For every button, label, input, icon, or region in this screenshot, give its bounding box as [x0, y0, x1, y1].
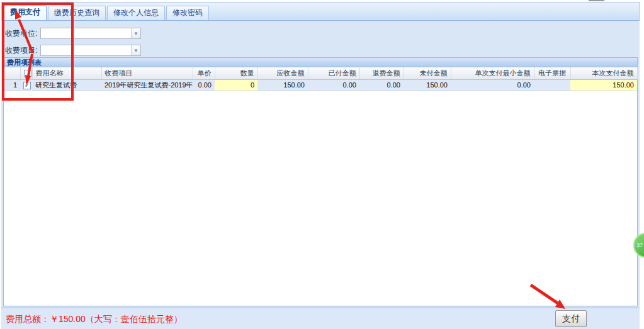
header-fee-name[interactable]: 费用名称 [32, 67, 101, 79]
fee-item-grid-panel: 费用项列表 费用名称 收费项目 单价 数量 应收金 [3, 57, 638, 306]
window-artifact [589, 0, 604, 1]
fee-item-table: 费用名称 收费项目 单价 数量 应收金额 已付金额 退费金额 未付金额 单次支付… [4, 67, 638, 91]
charging-unit-label: 收费单位: [5, 28, 40, 39]
header-quantity[interactable]: 数量 [215, 67, 257, 79]
header-refund[interactable]: 退费金额 [359, 67, 404, 79]
charging-unit-select[interactable]: ▼ [40, 28, 141, 39]
header-unit-price[interactable]: 单价 [193, 67, 215, 79]
select-all-checkbox[interactable] [24, 70, 31, 77]
tab-change-password[interactable]: 修改密码 [166, 6, 209, 20]
fee-payment-screen: 费用支付 缴费历史查询 修改个人信息 修改密码 收费单位: ▼ 收费项目: ▼ … [0, 0, 644, 329]
cell-fee-name: 研究生复试费 [32, 79, 101, 91]
tab-edit-personal-info[interactable]: 修改个人信息 [107, 6, 165, 20]
charging-item-select[interactable]: ▼ [40, 45, 141, 56]
charging-item-label: 收费项目: [5, 45, 40, 56]
tab-bar: 费用支付 缴费历史查询 修改个人信息 修改密码 [1, 2, 640, 21]
row-checkbox-checked[interactable]: ✓ [23, 82, 31, 89]
cell-paid: 0.00 [308, 79, 359, 91]
cell-receivable: 150.00 [257, 79, 308, 91]
charging-unit-value [41, 28, 131, 38]
cell-min-payment: 0.00 [451, 79, 534, 91]
cell-current-payment[interactable]: 150.00 [570, 79, 637, 91]
header-rownum [4, 67, 20, 79]
total-bar: 费用总额：￥150.00（大写：壹佰伍拾元整） 支付 [1, 308, 640, 329]
grid-title: 费用项列表 [4, 58, 637, 67]
header-receivable[interactable]: 应收金额 [257, 67, 308, 79]
cell-quantity[interactable]: 0 [215, 79, 257, 91]
fee-payment-panel: 收费单位: ▼ 收费项目: ▼ 费用项列表 [1, 21, 640, 308]
table-header-row: 费用名称 收费项目 单价 数量 应收金额 已付金额 退费金额 未付金额 单次支付… [4, 67, 637, 79]
chevron-down-icon[interactable]: ▼ [131, 28, 140, 38]
header-select-all[interactable] [20, 67, 32, 79]
cell-unit-price: 0.00 [193, 79, 215, 91]
cell-e-invoice [534, 79, 570, 91]
charging-unit-row: 收费单位: ▼ [5, 28, 141, 39]
pay-button[interactable]: 支付 [555, 310, 587, 327]
total-amount-text: 费用总额：￥150.00（大写：壹佰伍拾元整） [6, 314, 183, 325]
cell-refund: 0.00 [359, 79, 404, 91]
header-e-invoice[interactable]: 电子票据 [534, 67, 570, 79]
header-min-payment[interactable]: 单次支付最小金额 [451, 67, 534, 79]
header-charge-item[interactable]: 收费项目 [101, 67, 193, 79]
tab-fee-payment[interactable]: 费用支付 [4, 5, 47, 20]
cell-charge-item: 2019年研究生复试费-2019年研究生... [101, 79, 193, 91]
header-current-payment[interactable]: 本次支付金额 [570, 67, 637, 79]
row-number: 1 [4, 79, 20, 91]
charging-item-value [41, 45, 131, 55]
cell-unpaid: 150.00 [404, 79, 451, 91]
charging-item-row: 收费项目: ▼ [5, 45, 141, 56]
header-paid[interactable]: 已付金额 [308, 67, 359, 79]
badge-count: 37 [636, 242, 643, 248]
chevron-down-icon[interactable]: ▼ [131, 45, 140, 55]
header-unpaid[interactable]: 未付金额 [404, 67, 451, 79]
row-checkbox-cell[interactable]: ✓ [20, 79, 32, 91]
tab-payment-history[interactable]: 缴费历史查询 [48, 6, 106, 20]
table-row[interactable]: 1 ✓ 研究生复试费 2019年研究生复试费-2019年研究生... 0.00 … [4, 79, 637, 91]
